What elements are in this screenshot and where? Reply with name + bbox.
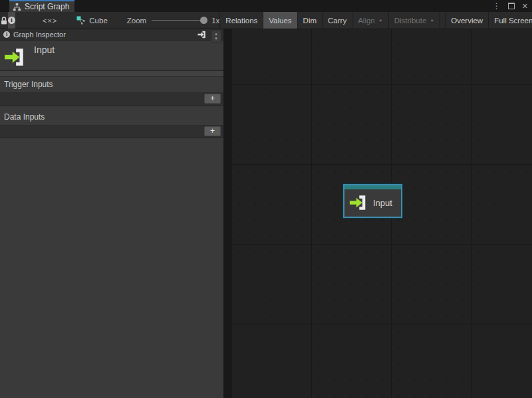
script-graph-window: Script Graph ⋮ ✕ i <×> xyxy=(0,0,532,398)
add-trigger-input-button[interactable]: + xyxy=(204,94,221,104)
maximize-icon[interactable] xyxy=(508,3,515,9)
input-node-title: Input xyxy=(373,198,392,208)
graph-icon xyxy=(76,16,86,25)
relations-button[interactable]: Relations xyxy=(219,12,263,29)
input-unit-icon xyxy=(198,31,206,39)
selected-unit-card: Input xyxy=(0,41,223,70)
graph-inspector-panel: i Graph Inspector ▲ ▼ xyxy=(0,29,223,398)
distribute-dropdown-button: Distribute ▼ xyxy=(388,12,440,29)
spinner-down-icon[interactable]: ▼ xyxy=(214,37,218,41)
dim-button[interactable]: Dim xyxy=(297,12,322,29)
panel-splitter[interactable] xyxy=(223,29,231,398)
toolbar-buttons: Relations Values Dim Carry Align ▼ Distr… xyxy=(219,12,532,29)
input-unit-icon xyxy=(349,195,367,211)
lock-button[interactable] xyxy=(0,12,8,29)
add-data-input-button[interactable]: + xyxy=(204,126,221,136)
close-icon[interactable]: ✕ xyxy=(522,2,528,11)
tab-script-graph[interactable]: Script Graph xyxy=(9,0,74,12)
zoom-slider-handle[interactable] xyxy=(200,17,207,24)
graph-toolbar: i <×> Cube Zoom 1x Re xyxy=(0,12,532,29)
script-graph-icon xyxy=(13,3,21,11)
window-menu-icon[interactable]: ⋮ xyxy=(493,2,501,10)
code-view-button[interactable]: <×> xyxy=(43,12,57,29)
toolbar-separator xyxy=(440,12,445,29)
spinner-up-icon[interactable]: ▲ xyxy=(214,32,218,37)
carry-button[interactable]: Carry xyxy=(322,12,352,29)
overview-button[interactable]: Overview xyxy=(445,12,488,29)
input-unit-icon xyxy=(4,48,25,70)
tab-bar: Script Graph ⋮ ✕ xyxy=(0,0,532,12)
window-controls: ⋮ ✕ xyxy=(493,0,528,12)
full-screen-button[interactable]: Full Screen xyxy=(488,12,532,29)
align-dropdown-button: Align ▼ xyxy=(352,12,388,29)
inspector-splitter[interactable] xyxy=(0,70,223,77)
info-icon: i xyxy=(3,31,10,38)
tab-title: Script Graph xyxy=(25,2,69,11)
chevron-down-icon: ▼ xyxy=(430,19,434,23)
data-inputs-header: Data Inputs xyxy=(0,110,223,126)
main-area: i Graph Inspector ▲ ▼ xyxy=(0,29,532,398)
data-inputs-list: + xyxy=(0,126,223,138)
inspector-scroll-spinner[interactable]: ▲ ▼ xyxy=(211,30,221,43)
zoom-value: 1x xyxy=(211,17,219,25)
unit-title: Input xyxy=(34,45,55,70)
chevron-down-icon: ▼ xyxy=(378,19,383,23)
graph-name: Cube xyxy=(89,17,108,25)
input-node-body: Input xyxy=(344,189,401,217)
code-icon: <×> xyxy=(43,17,57,25)
graph-inspector-header: i Graph Inspector ▲ ▼ xyxy=(0,29,223,41)
graph-inspector-title: Graph Inspector xyxy=(13,31,66,39)
trigger-inputs-header: Trigger Inputs xyxy=(0,77,223,93)
values-button[interactable]: Values xyxy=(263,12,297,29)
zoom-slider-track[interactable] xyxy=(152,20,205,21)
trigger-inputs-list: + xyxy=(0,93,223,106)
graph-breadcrumb[interactable]: Cube xyxy=(76,12,108,29)
graph-canvas[interactable]: Input xyxy=(223,29,532,398)
inspector-toggle-button[interactable]: i xyxy=(8,12,15,29)
info-icon: i xyxy=(8,17,15,24)
zoom-control: Zoom 1x xyxy=(127,12,220,29)
lock-icon xyxy=(0,16,8,25)
zoom-label: Zoom xyxy=(127,17,146,25)
input-node[interactable]: Input xyxy=(343,184,402,218)
